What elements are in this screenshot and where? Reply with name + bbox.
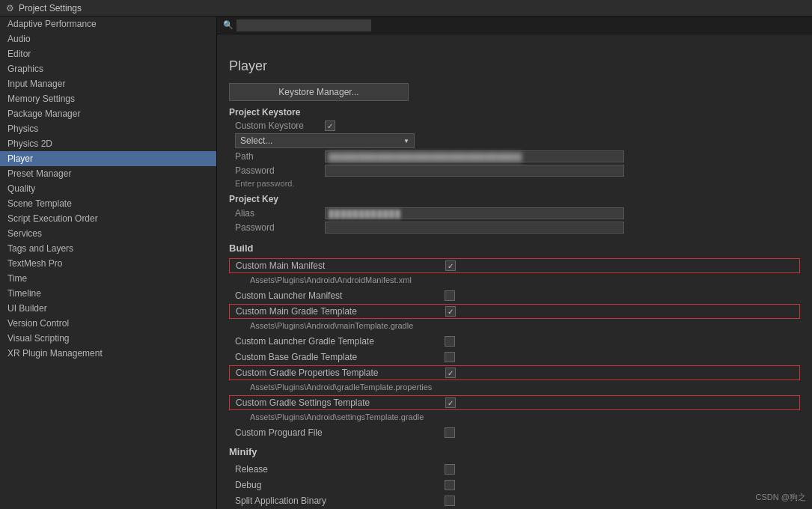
minify-label: Minify — [229, 446, 800, 457]
path-row: Path ████████████████████████████████ — [229, 150, 800, 162]
sidebar-item-tags-and-layers[interactable]: Tags and Layers — [0, 241, 216, 256]
path-input[interactable]: ████████████████████████████████ — [325, 150, 624, 162]
password-input[interactable] — [325, 165, 624, 177]
build-label-custom-base-gradle-template: Custom Base Gradle Template — [235, 352, 445, 362]
build-item-custom-main-manifest: Custom Main Manifest✓Assets\Plugins\Andr… — [229, 258, 800, 286]
build-label-custom-main-gradle-template: Custom Main Gradle Template — [236, 306, 445, 317]
sidebar-item-scene-template[interactable]: Scene Template — [0, 196, 216, 211]
custom-keystore-checkbox[interactable]: ✓ — [325, 121, 335, 131]
content-panel: 🔍 Player Keystore Manager... Project Key… — [217, 16, 812, 509]
build-item-custom-proguard-file: Custom Proguard File — [229, 425, 800, 440]
build-checkbox-custom-main-manifest[interactable]: ✓ — [445, 260, 456, 271]
sidebar-item-time[interactable]: Time — [0, 271, 216, 286]
build-row-custom-main-gradle-template: Custom Main Gradle Template✓ — [229, 304, 800, 319]
build-row-custom-base-gradle-template: Custom Base Gradle Template — [229, 350, 800, 365]
keystore-select[interactable]: Select... — [235, 133, 415, 148]
minify-label-release: Release — [235, 464, 445, 475]
sidebar-item-physics-2d[interactable]: Physics 2D — [0, 136, 216, 151]
key-password-input[interactable] — [325, 222, 624, 234]
search-input[interactable] — [236, 19, 371, 31]
main-layout: Adaptive PerformanceAudioEditorGraphicsI… — [0, 16, 812, 509]
build-row-custom-launcher-manifest: Custom Launcher Manifest — [229, 288, 800, 303]
title-bar: ⚙ Project Settings — [0, 0, 812, 16]
sidebar-item-player[interactable]: Player — [0, 151, 216, 166]
password-row: Password — [229, 165, 800, 177]
minify-items: ReleaseDebug — [229, 462, 800, 493]
alias-input[interactable]: ████████████ — [325, 207, 624, 219]
sidebar-item-visual-scripting[interactable]: Visual Scripting — [0, 331, 216, 346]
content-body: Keystore Manager... Project Keystore Cus… — [217, 80, 812, 509]
sidebar-item-services[interactable]: Services — [0, 226, 216, 241]
build-item-custom-gradle-properties-template: Custom Gradle Properties Template✓Assets… — [229, 365, 800, 393]
build-label-custom-gradle-properties-template: Custom Gradle Properties Template — [236, 368, 445, 378]
build-row-custom-launcher-gradle-template: Custom Launcher Gradle Template — [229, 334, 800, 349]
build-label-custom-launcher-gradle-template: Custom Launcher Gradle Template — [235, 336, 445, 347]
build-label-custom-launcher-manifest: Custom Launcher Manifest — [235, 290, 445, 301]
sidebar-item-memory-settings[interactable]: Memory Settings — [0, 91, 216, 106]
build-item-custom-gradle-settings-template: Custom Gradle Settings Template✓Assets\P… — [229, 395, 800, 423]
sidebar-item-version-control[interactable]: Version Control — [0, 316, 216, 331]
build-checkbox-custom-launcher-gradle-template[interactable] — [445, 336, 455, 347]
split-app-label: Split Application Binary — [235, 496, 445, 506]
split-app-checkbox[interactable] — [445, 496, 455, 506]
sidebar-item-physics[interactable]: Physics — [0, 121, 216, 136]
build-checkbox-custom-main-gradle-template[interactable]: ✓ — [445, 306, 456, 317]
sidebar-item-script-execution-order[interactable]: Script Execution Order — [0, 211, 216, 226]
build-checkbox-custom-base-gradle-template[interactable] — [445, 352, 455, 362]
sidebar: Adaptive PerformanceAudioEditorGraphicsI… — [0, 16, 217, 509]
sidebar-item-ui-builder[interactable]: UI Builder — [0, 301, 216, 316]
content-header: Player — [217, 52, 812, 80]
build-item-custom-launcher-gradle-template: Custom Launcher Gradle Template — [229, 334, 800, 349]
key-password-label: Password — [235, 222, 325, 233]
sidebar-item-editor[interactable]: Editor — [0, 46, 216, 61]
project-keystore-label: Project Keystore — [229, 107, 800, 118]
search-icon: 🔍 — [223, 20, 233, 30]
minify-checkbox-release[interactable] — [445, 464, 455, 475]
sidebar-item-graphics[interactable]: Graphics — [0, 61, 216, 76]
build-row-custom-proguard-file: Custom Proguard File — [229, 425, 800, 440]
sidebar-item-textmesh-pro[interactable]: TextMesh Pro — [0, 256, 216, 271]
build-label-custom-main-manifest: Custom Main Manifest — [236, 260, 445, 271]
page-title: Player — [229, 58, 267, 74]
build-checkbox-custom-gradle-properties-template[interactable]: ✓ — [445, 368, 456, 378]
enter-password-hint: Enter password. — [229, 179, 800, 188]
build-label-custom-proguard-file: Custom Proguard File — [235, 427, 445, 438]
sidebar-item-preset-manager[interactable]: Preset Manager — [0, 166, 216, 181]
keystore-manager-button[interactable]: Keystore Manager... — [229, 83, 409, 101]
minify-row-release: Release — [229, 462, 800, 477]
build-row-custom-gradle-properties-template: Custom Gradle Properties Template✓ — [229, 365, 800, 380]
sidebar-item-timeline[interactable]: Timeline — [0, 286, 216, 301]
build-row-custom-gradle-settings-template: Custom Gradle Settings Template✓ — [229, 395, 800, 410]
split-application-row: Split Application Binary — [229, 493, 800, 508]
minify-checkbox-debug[interactable] — [445, 480, 455, 490]
build-path-custom-main-gradle-template: Assets\Plugins\Android\mainTemplate.grad… — [229, 320, 800, 332]
sidebar-item-adaptive-performance[interactable]: Adaptive Performance — [0, 16, 216, 31]
build-checkbox-custom-proguard-file[interactable] — [445, 427, 455, 438]
minify-row-debug: Debug — [229, 478, 800, 493]
sidebar-item-input-manager[interactable]: Input Manager — [0, 76, 216, 91]
password-label: Password — [235, 165, 325, 176]
sidebar-item-xr-plugin-management[interactable]: XR Plugin Management — [0, 346, 216, 361]
build-section-label: Build — [229, 243, 800, 254]
watermark: CSDN @狗之 — [756, 492, 806, 503]
sidebar-item-audio[interactable]: Audio — [0, 31, 216, 46]
sidebar-item-quality[interactable]: Quality — [0, 181, 216, 196]
alias-label: Alias — [235, 208, 325, 219]
build-label-custom-gradle-settings-template: Custom Gradle Settings Template — [236, 397, 445, 408]
build-checkbox-custom-gradle-settings-template[interactable]: ✓ — [445, 397, 456, 408]
build-item-custom-launcher-manifest: Custom Launcher Manifest — [229, 288, 800, 303]
project-key-label: Project Key — [229, 194, 800, 204]
select-row: Select... — [229, 133, 800, 148]
build-checkbox-custom-launcher-manifest[interactable] — [445, 290, 455, 301]
build-path-custom-gradle-properties-template: Assets\Plugins\Android\gradleTemplate.pr… — [229, 381, 800, 393]
sidebar-item-package-manager[interactable]: Package Manager — [0, 106, 216, 121]
path-label: Path — [235, 151, 325, 162]
alias-row: Alias ████████████ — [229, 207, 800, 219]
custom-keystore-label: Custom Keystore — [235, 121, 325, 131]
build-item-custom-base-gradle-template: Custom Base Gradle Template — [229, 350, 800, 365]
build-path-custom-main-manifest: Assets\Plugins\Android\AndroidManifest.x… — [229, 274, 800, 286]
minify-label-debug: Debug — [235, 480, 445, 490]
key-password-row: Password — [229, 222, 800, 234]
title-bar-label: Project Settings — [19, 3, 82, 13]
build-items: Custom Main Manifest✓Assets\Plugins\Andr… — [229, 258, 800, 440]
